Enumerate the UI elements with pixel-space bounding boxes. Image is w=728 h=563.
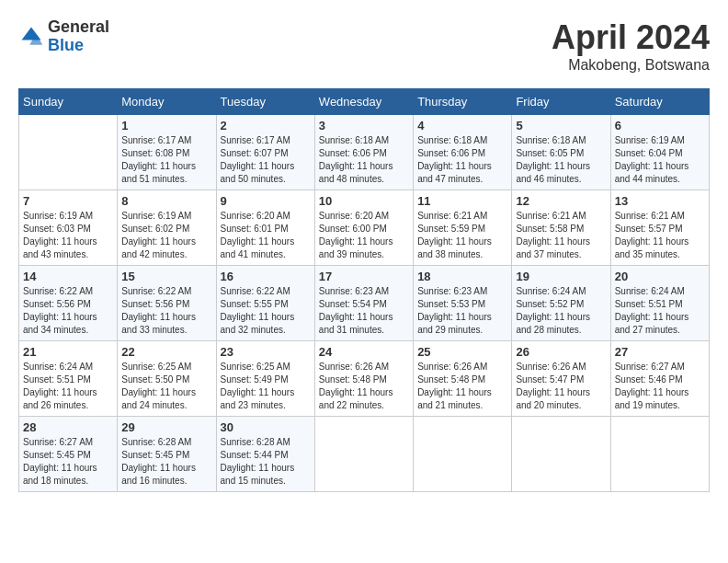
day-info: Sunrise: 6:20 AM Sunset: 6:01 PM Dayligh…: [221, 210, 311, 261]
day-number: 2: [221, 119, 311, 132]
day-info: Sunrise: 6:23 AM Sunset: 5:54 PM Dayligh…: [319, 285, 409, 337]
day-info: Sunrise: 6:20 AM Sunset: 6:00 PM Dayligh…: [319, 210, 409, 261]
day-info: Sunrise: 6:22 AM Sunset: 5:56 PM Dayligh…: [121, 285, 211, 337]
calendar-cell: [314, 417, 413, 492]
calendar-cell: 4Sunrise: 6:18 AM Sunset: 6:06 PM Daylig…: [414, 115, 512, 190]
day-info: Sunrise: 6:18 AM Sunset: 6:05 PM Dayligh…: [516, 134, 606, 186]
day-info: Sunrise: 6:17 AM Sunset: 6:07 PM Dayligh…: [221, 134, 311, 186]
day-number: 1: [121, 119, 211, 132]
day-number: 30: [221, 420, 311, 434]
day-info: Sunrise: 6:26 AM Sunset: 5:48 PM Dayligh…: [417, 361, 507, 412]
calendar-cell: 12Sunrise: 6:21 AM Sunset: 5:58 PM Dayli…: [512, 190, 610, 266]
day-info: Sunrise: 6:28 AM Sunset: 5:44 PM Dayligh…: [221, 436, 311, 488]
day-number: 4: [417, 119, 507, 132]
day-info: Sunrise: 6:25 AM Sunset: 5:50 PM Dayligh…: [121, 361, 211, 412]
day-number: 17: [319, 270, 409, 283]
calendar-table: SundayMondayTuesdayWednesdayThursdayFrid…: [18, 88, 710, 492]
calendar-cell: 28Sunrise: 6:27 AM Sunset: 5:45 PM Dayli…: [19, 417, 118, 492]
day-info: Sunrise: 6:24 AM Sunset: 5:52 PM Dayligh…: [516, 285, 606, 337]
day-info: Sunrise: 6:21 AM Sunset: 5:57 PM Dayligh…: [615, 210, 705, 261]
day-number: 22: [121, 345, 211, 359]
header-day-sunday: Sunday: [19, 89, 118, 115]
location: Makobeng, Botswana: [552, 57, 710, 74]
day-number: 10: [319, 194, 409, 208]
calendar-cell: 25Sunrise: 6:26 AM Sunset: 5:48 PM Dayli…: [414, 341, 512, 417]
day-number: 14: [23, 270, 113, 283]
day-info: Sunrise: 6:24 AM Sunset: 5:51 PM Dayligh…: [23, 361, 113, 412]
page-header: General Blue April 2024 Makobeng, Botswa…: [18, 18, 710, 74]
header-day-saturday: Saturday: [610, 89, 709, 115]
day-number: 16: [221, 270, 311, 283]
header-day-tuesday: Tuesday: [216, 89, 314, 115]
calendar-cell: 7Sunrise: 6:19 AM Sunset: 6:03 PM Daylig…: [19, 190, 118, 266]
logo: General Blue: [18, 18, 109, 55]
calendar-cell: [19, 115, 118, 190]
calendar-cell: 15Sunrise: 6:22 AM Sunset: 5:56 PM Dayli…: [118, 266, 216, 341]
day-info: Sunrise: 6:25 AM Sunset: 5:49 PM Dayligh…: [221, 361, 311, 412]
header-day-wednesday: Wednesday: [314, 89, 413, 115]
calendar-cell: 22Sunrise: 6:25 AM Sunset: 5:50 PM Dayli…: [118, 341, 216, 417]
calendar-cell: 30Sunrise: 6:28 AM Sunset: 5:44 PM Dayli…: [216, 417, 314, 492]
day-number: 5: [516, 119, 606, 132]
header-day-friday: Friday: [512, 89, 610, 115]
logo-text: General Blue: [48, 18, 109, 55]
calendar-cell: 26Sunrise: 6:26 AM Sunset: 5:47 PM Dayli…: [512, 341, 610, 417]
calendar-cell: 19Sunrise: 6:24 AM Sunset: 5:52 PM Dayli…: [512, 266, 610, 341]
day-info: Sunrise: 6:19 AM Sunset: 6:03 PM Dayligh…: [23, 210, 113, 261]
calendar-cell: 16Sunrise: 6:22 AM Sunset: 5:55 PM Dayli…: [216, 266, 314, 341]
calendar-header: SundayMondayTuesdayWednesdayThursdayFrid…: [19, 89, 710, 115]
day-number: 26: [516, 345, 606, 359]
week-row-5: 28Sunrise: 6:27 AM Sunset: 5:45 PM Dayli…: [19, 417, 710, 492]
day-number: 6: [615, 119, 705, 132]
day-number: 3: [319, 119, 409, 132]
day-number: 23: [221, 345, 311, 359]
calendar-cell: 8Sunrise: 6:19 AM Sunset: 6:02 PM Daylig…: [118, 190, 216, 266]
day-info: Sunrise: 6:26 AM Sunset: 5:48 PM Dayligh…: [319, 361, 409, 412]
calendar-cell: 24Sunrise: 6:26 AM Sunset: 5:48 PM Dayli…: [314, 341, 413, 417]
week-row-2: 7Sunrise: 6:19 AM Sunset: 6:03 PM Daylig…: [19, 190, 710, 266]
day-number: 21: [23, 345, 113, 359]
calendar-cell: [512, 417, 610, 492]
day-number: 12: [516, 194, 606, 208]
logo-general: General: [48, 18, 109, 37]
day-info: Sunrise: 6:21 AM Sunset: 5:59 PM Dayligh…: [417, 210, 507, 261]
calendar-body: 1Sunrise: 6:17 AM Sunset: 6:08 PM Daylig…: [19, 115, 710, 492]
day-number: 15: [121, 270, 211, 283]
day-info: Sunrise: 6:27 AM Sunset: 5:46 PM Dayligh…: [615, 361, 705, 412]
week-row-4: 21Sunrise: 6:24 AM Sunset: 5:51 PM Dayli…: [19, 341, 710, 417]
month-title: April 2024: [552, 18, 710, 57]
calendar-cell: 17Sunrise: 6:23 AM Sunset: 5:54 PM Dayli…: [314, 266, 413, 341]
day-info: Sunrise: 6:19 AM Sunset: 6:02 PM Dayligh…: [121, 210, 211, 261]
day-number: 9: [221, 194, 311, 208]
day-number: 27: [615, 345, 705, 359]
calendar-cell: 5Sunrise: 6:18 AM Sunset: 6:05 PM Daylig…: [512, 115, 610, 190]
logo-icon: [18, 24, 44, 50]
calendar-cell: 27Sunrise: 6:27 AM Sunset: 5:46 PM Dayli…: [610, 341, 709, 417]
calendar-cell: 18Sunrise: 6:23 AM Sunset: 5:53 PM Dayli…: [414, 266, 512, 341]
calendar-cell: 2Sunrise: 6:17 AM Sunset: 6:07 PM Daylig…: [216, 115, 314, 190]
day-number: 8: [121, 194, 211, 208]
calendar-cell: 20Sunrise: 6:24 AM Sunset: 5:51 PM Dayli…: [610, 266, 709, 341]
day-info: Sunrise: 6:18 AM Sunset: 6:06 PM Dayligh…: [417, 134, 507, 186]
calendar-cell: 13Sunrise: 6:21 AM Sunset: 5:57 PM Dayli…: [610, 190, 709, 266]
day-info: Sunrise: 6:18 AM Sunset: 6:06 PM Dayligh…: [319, 134, 409, 186]
day-number: 7: [23, 194, 113, 208]
calendar-cell: [414, 417, 512, 492]
day-info: Sunrise: 6:22 AM Sunset: 5:55 PM Dayligh…: [221, 285, 311, 337]
calendar-cell: 23Sunrise: 6:25 AM Sunset: 5:49 PM Dayli…: [216, 341, 314, 417]
logo-blue: Blue: [48, 37, 109, 55]
header-day-thursday: Thursday: [414, 89, 512, 115]
title-block: April 2024 Makobeng, Botswana: [552, 18, 710, 74]
day-info: Sunrise: 6:28 AM Sunset: 5:45 PM Dayligh…: [121, 436, 211, 488]
day-info: Sunrise: 6:19 AM Sunset: 6:04 PM Dayligh…: [615, 134, 705, 186]
day-number: 25: [417, 345, 507, 359]
header-day-monday: Monday: [118, 89, 216, 115]
day-number: 13: [615, 194, 705, 208]
day-info: Sunrise: 6:24 AM Sunset: 5:51 PM Dayligh…: [615, 285, 705, 337]
day-number: 28: [23, 420, 113, 434]
calendar-cell: [610, 417, 709, 492]
day-info: Sunrise: 6:27 AM Sunset: 5:45 PM Dayligh…: [23, 436, 113, 488]
day-number: 19: [516, 270, 606, 283]
day-info: Sunrise: 6:21 AM Sunset: 5:58 PM Dayligh…: [516, 210, 606, 261]
week-row-1: 1Sunrise: 6:17 AM Sunset: 6:08 PM Daylig…: [19, 115, 710, 190]
